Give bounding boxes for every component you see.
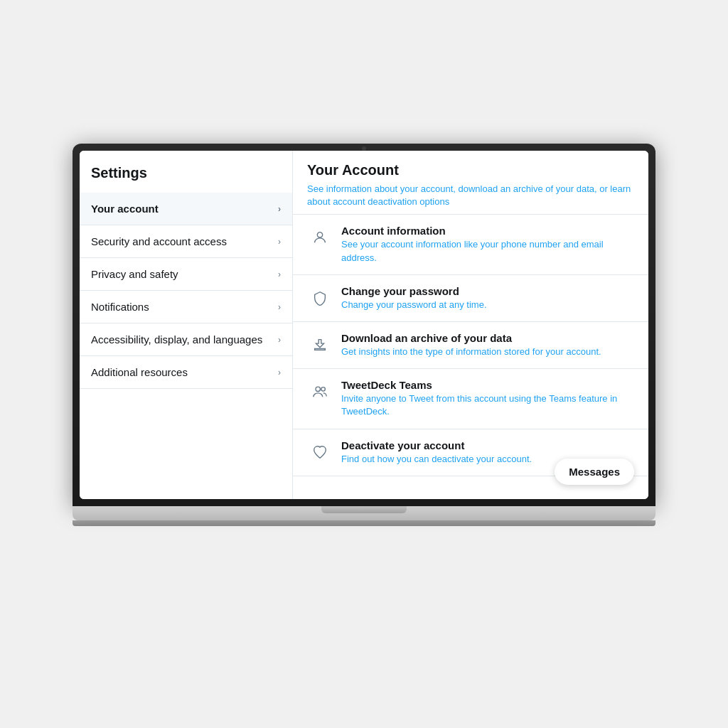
svg-point-2 [321,387,326,392]
sidebar-item-label: Privacy and safety [91,268,178,280]
change-password-text: Change your password Change your passwor… [341,285,634,311]
sidebar-item-privacy[interactable]: Privacy and safety › [80,258,292,291]
tweetdeck-teams-text: TweetDeck Teams Invite anyone to Tweet f… [341,379,634,418]
change-password-title: Change your password [341,285,634,297]
account-info-desc: See your account information like your p… [341,238,634,264]
main-content-area: Your Account See information about your … [293,151,648,499]
laptop-foot [73,520,655,526]
chevron-right-icon: › [278,302,281,312]
main-page-title: Your Account [307,162,634,178]
sidebar-item-your-account[interactable]: Your account › [80,193,292,225]
sidebar-item-label: Security and account access [91,235,227,247]
sidebar-item-security[interactable]: Security and account access › [80,225,292,258]
sidebar-item-label: Additional resources [91,366,188,378]
download-archive-title: Download an archive of your data [341,332,634,344]
messages-label: Messages [569,466,620,478]
svg-point-1 [316,387,320,391]
chevron-right-icon: › [278,237,281,247]
chevron-right-icon: › [278,368,281,378]
svg-point-0 [317,232,322,237]
account-info-title: Account information [341,225,634,237]
change-password-desc: Change your password at any time. [341,299,634,311]
sidebar-item-accessibility[interactable]: Accessibility, display, and languages › [80,323,292,356]
person-icon [307,225,333,250]
download-icon [307,332,333,358]
people-icon [307,379,333,405]
settings-item-change-password[interactable]: Change your password Change your passwor… [293,275,648,322]
sidebar-item-label: Your account [91,203,159,215]
shield-icon [307,285,333,311]
chevron-right-icon: › [278,204,281,214]
account-info-text: Account information See your account inf… [341,225,634,264]
sidebar-item-notifications[interactable]: Notifications › [80,291,292,323]
laptop-device: Settings Your account › Security and acc… [73,144,655,542]
laptop-hinge-notch [321,506,407,513]
download-archive-desc: Get insights into the type of informatio… [341,346,634,358]
settings-sidebar: Settings Your account › Security and acc… [80,151,293,499]
download-archive-text: Download an archive of your data Get ins… [341,332,634,358]
tweetdeck-teams-title: TweetDeck Teams [341,379,634,391]
sidebar-item-label: Accessibility, display, and languages [91,333,262,346]
laptop-screen: Settings Your account › Security and acc… [80,151,648,499]
settings-item-download-archive[interactable]: Download an archive of your data Get ins… [293,322,648,369]
chevron-right-icon: › [278,335,281,345]
laptop-base [73,506,655,520]
sidebar-item-label: Notifications [91,301,149,313]
settings-item-account-info[interactable]: Account information See your account inf… [293,215,648,274]
deactivate-title: Deactivate your account [341,439,634,451]
heart-icon [307,439,333,465]
chevron-right-icon: › [278,269,281,279]
tweetdeck-teams-desc: Invite anyone to Tweet from this account… [341,392,634,418]
messages-bubble[interactable]: Messages [555,459,634,485]
main-page-subtitle: See information about your account, down… [307,183,634,208]
laptop-screen-body: Settings Your account › Security and acc… [73,144,655,506]
screen-content: Settings Your account › Security and acc… [80,151,648,499]
sidebar-item-additional[interactable]: Additional resources › [80,356,292,389]
settings-item-tweetdeck-teams[interactable]: TweetDeck Teams Invite anyone to Tweet f… [293,369,648,429]
main-header: Your Account See information about your … [293,151,648,215]
sidebar-title: Settings [80,156,292,193]
